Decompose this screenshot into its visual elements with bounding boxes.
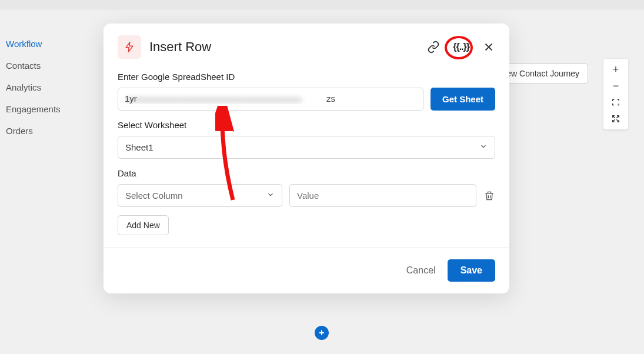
insert-row-modal: Insert Row {{..}} Enter Google SpreadShe… [104,24,509,293]
data-row: Select Column [118,184,495,207]
column-placeholder: Select Column [125,191,183,201]
params-button[interactable]: {{..}} [453,42,469,52]
cancel-button[interactable]: Cancel [406,265,436,276]
sidebar-item-analytics[interactable]: Analytics [6,76,88,98]
sidebar-item-contacts[interactable]: Contacts [6,55,88,76]
data-label: Data [118,168,495,178]
fit-screen-button[interactable] [605,94,626,111]
top-bar [0,0,644,9]
zoom-out-button[interactable]: − [605,78,626,94]
chevron-down-icon [479,142,488,152]
sidebar-nav: Workflow Contacts Analytics Engagements … [6,33,88,142]
params-symbol: {{..}} [453,42,469,52]
add-node-button[interactable]: + [315,326,329,340]
add-new-button[interactable]: Add New [118,215,169,235]
link-icon[interactable] [427,41,440,54]
zoom-in-button[interactable]: + [605,61,626,78]
chevron-down-icon [266,191,275,201]
column-select[interactable]: Select Column [118,184,282,207]
modal-title: Insert Row [149,39,427,55]
modal-body: Enter Google SpreadSheet ID 1yr zs Get S… [104,65,509,247]
sidebar-item-engagements[interactable]: Engagements [6,98,88,120]
get-sheet-button[interactable]: Get Sheet [431,88,495,111]
value-input[interactable] [289,184,476,207]
fullscreen-button[interactable] [605,111,626,127]
close-icon[interactable] [482,41,495,54]
sheet-id-input[interactable] [118,88,423,111]
select-worksheet-label: Select Worksheet [118,120,495,130]
sidebar-item-orders[interactable]: Orders [6,120,88,142]
save-button[interactable]: Save [448,259,495,282]
modal-footer: Cancel Save [104,247,509,293]
modal-header: Insert Row {{..}} [104,24,509,65]
sidebar-item-workflow[interactable]: Workflow [6,33,88,55]
zoom-panel: + − [603,59,628,129]
worksheet-select[interactable]: Sheet1 [118,136,495,159]
sheet-id-label: Enter Google SpreadSheet ID [118,72,495,82]
worksheet-value: Sheet1 [125,142,154,152]
lightning-icon [118,35,141,59]
trash-icon[interactable] [483,190,495,202]
